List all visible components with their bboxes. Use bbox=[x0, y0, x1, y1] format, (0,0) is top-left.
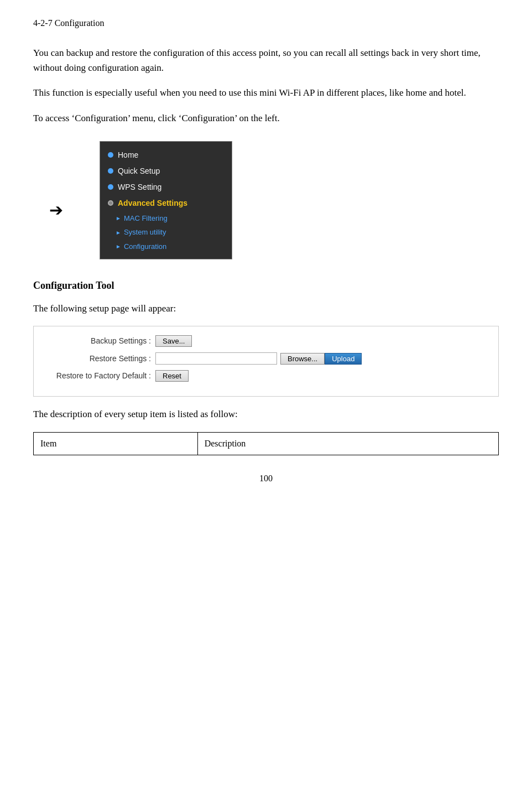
submenu-item-configuration: ► Configuration bbox=[100, 240, 232, 254]
save-button[interactable]: Save... bbox=[155, 335, 192, 347]
paragraph-2: This function is especially useful when … bbox=[33, 85, 499, 100]
paragraph-1: You can backup and restore the configura… bbox=[33, 45, 499, 75]
submenu-label-systemutility: System utility bbox=[124, 227, 166, 238]
menu-dot-wpssetting bbox=[108, 184, 113, 190]
page-header: 4-2-7 Configuration bbox=[33, 17, 499, 30]
right-arrow-icon: ➔ bbox=[49, 202, 63, 219]
menu-screenshot-row: ➔ Home Quick Setup WPS Setting Advanced … bbox=[33, 136, 499, 266]
submenu-arrow-systemutility: ► bbox=[116, 228, 121, 237]
table-intro: The description of every setup item is l… bbox=[33, 407, 499, 422]
menu-dot-home bbox=[108, 152, 113, 158]
table-header-item: Item bbox=[34, 432, 198, 455]
menu-label-home: Home bbox=[118, 149, 138, 161]
menu-item-quicksetup: Quick Setup bbox=[100, 163, 232, 179]
setup-screenshot: Backup Settings : Save... Restore Settin… bbox=[33, 326, 499, 397]
submenu-label-macfiltering: MAC Filtering bbox=[124, 213, 168, 224]
paragraph-3: To access ‘Configuration’ menu, click ‘C… bbox=[33, 111, 499, 126]
submenu-item-systemutility: ► System utility bbox=[100, 225, 232, 240]
backup-settings-label: Backup Settings : bbox=[45, 335, 155, 347]
menu-label-wpssetting: WPS Setting bbox=[118, 181, 161, 193]
table-header-row: Item Description bbox=[34, 432, 499, 455]
menu-item-wpssetting: WPS Setting bbox=[100, 179, 232, 195]
restore-settings-label: Restore Settings : bbox=[45, 353, 155, 365]
submenu-arrow-macfiltering: ► bbox=[116, 214, 121, 222]
arrow-spacer: ➔ bbox=[33, 136, 66, 219]
menu-label-quicksetup: Quick Setup bbox=[118, 165, 160, 177]
restore-settings-input[interactable] bbox=[155, 352, 277, 365]
backup-settings-row: Backup Settings : Save... bbox=[45, 335, 487, 347]
menu-dot-advancedsettings bbox=[108, 200, 113, 206]
menu-item-advancedsettings: Advanced Settings bbox=[100, 195, 232, 211]
config-tool-heading: Configuration Tool bbox=[33, 278, 499, 293]
reset-button[interactable]: Reset bbox=[155, 370, 189, 382]
factory-default-row: Restore to Factory Default : Reset bbox=[45, 370, 487, 382]
page-number: 100 bbox=[33, 472, 499, 485]
submenu-item-macfiltering: ► MAC Filtering bbox=[100, 211, 232, 226]
submenu-label-configuration: Configuration bbox=[124, 241, 166, 252]
description-table: Item Description bbox=[33, 432, 499, 455]
config-tool-intro: The following setup page will appear: bbox=[33, 301, 499, 316]
table-header-description: Description bbox=[197, 432, 498, 455]
submenu-arrow-configuration: ► bbox=[116, 242, 121, 251]
upload-button[interactable]: Upload bbox=[325, 353, 362, 365]
menu-screenshot: Home Quick Setup WPS Setting Advanced Se… bbox=[100, 141, 232, 260]
factory-default-label: Restore to Factory Default : bbox=[45, 370, 155, 382]
browse-button[interactable]: Browse... bbox=[280, 353, 325, 365]
menu-label-advancedsettings: Advanced Settings bbox=[118, 197, 187, 209]
menu-dot-quicksetup bbox=[108, 168, 113, 174]
header-title: 4-2-7 Configuration bbox=[33, 18, 104, 28]
menu-item-home: Home bbox=[100, 147, 232, 163]
restore-settings-row: Restore Settings : Browse... Upload bbox=[45, 352, 487, 365]
